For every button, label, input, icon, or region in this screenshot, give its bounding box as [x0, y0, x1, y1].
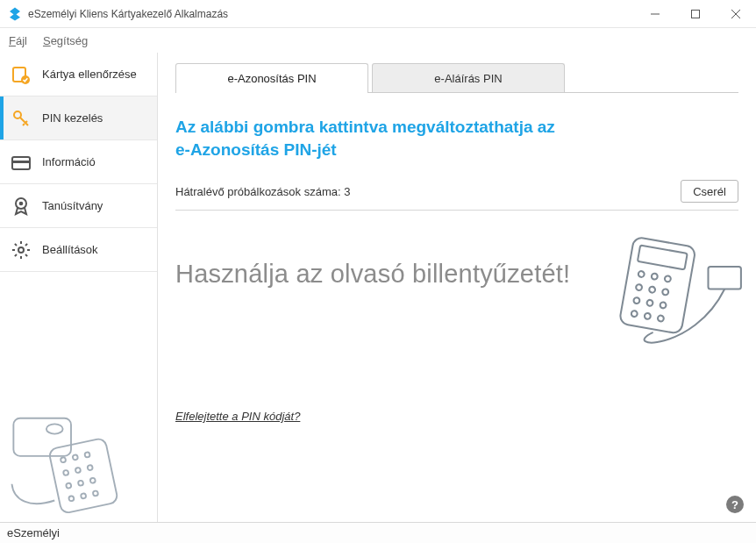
sidebar-item-label: Kártya ellenőrzése — [42, 68, 137, 81]
maximize-button[interactable] — [675, 0, 716, 28]
divider — [175, 210, 738, 211]
window-title: eSzemélyi Kliens Kártyakezelő Alkalmazás — [28, 8, 635, 20]
help-icon[interactable]: ? — [726, 496, 744, 513]
svg-point-18 — [66, 482, 72, 489]
card-reader-illustration — [596, 237, 745, 356]
svg-point-37 — [644, 312, 651, 319]
svg-rect-9 — [13, 418, 71, 456]
svg-point-14 — [84, 452, 90, 458]
close-button[interactable] — [716, 0, 756, 28]
svg-point-3 — [14, 111, 21, 118]
svg-point-23 — [93, 490, 99, 497]
svg-point-20 — [89, 477, 96, 483]
app-icon — [7, 6, 23, 22]
remaining-attempts: Hátralévő próbálkozások száma: 3 — [175, 185, 350, 198]
tab-ealairas-pin[interactable]: e-Aláírás PIN — [372, 63, 565, 93]
svg-point-21 — [68, 496, 75, 502]
page-heading: Az alábbi gombra kattintva megváltoztath… — [175, 116, 738, 161]
tab-eazon-pin[interactable]: e-Azonosítás PIN — [175, 63, 368, 93]
card-icon — [11, 152, 32, 173]
svg-rect-11 — [48, 438, 118, 514]
svg-rect-5 — [12, 161, 30, 163]
menubar: Fájl Segítség — [0, 28, 756, 53]
sidebar-item-settings[interactable]: Beállítások — [0, 228, 157, 272]
forgot-pin-row: Elfelejtette a PIN kódját? — [175, 408, 738, 424]
svg-point-19 — [78, 480, 84, 486]
svg-point-38 — [657, 315, 664, 322]
svg-point-8 — [18, 247, 24, 253]
menu-file[interactable]: Fájl — [9, 34, 27, 47]
svg-point-35 — [660, 302, 667, 309]
sidebar-item-label: Tanúsítvány — [42, 199, 103, 212]
minimize-button[interactable] — [635, 0, 675, 28]
svg-rect-0 — [692, 10, 700, 18]
sidebar-item-certificate[interactable]: Tanúsítvány — [0, 184, 157, 228]
sidebar-item-label: Beállítások — [42, 243, 98, 256]
statusbar-text: eSzemélyi — [7, 526, 60, 539]
svg-point-34 — [646, 299, 653, 306]
svg-point-29 — [664, 275, 671, 282]
svg-point-12 — [61, 457, 67, 463]
sidebar-item-label: PIN kezelés — [42, 111, 103, 125]
key-icon — [11, 108, 32, 129]
svg-point-31 — [649, 286, 656, 293]
svg-point-7 — [19, 201, 24, 205]
statusbar: eSzemélyi — [0, 522, 756, 543]
sidebar-item-card-check[interactable]: Kártya ellenőrzése — [0, 53, 157, 96]
svg-rect-24 — [709, 267, 741, 289]
sidebar-item-pin-management[interactable]: PIN kezelés — [0, 96, 157, 140]
titlebar: eSzemélyi Kliens Kártyakezelő Alkalmazás — [0, 0, 756, 28]
main-content: e-Azonosítás PIN e-Aláírás PIN Az alábbi… — [158, 53, 756, 522]
sidebar-illustration — [5, 402, 137, 517]
menu-help[interactable]: Segítség — [43, 34, 88, 47]
sidebar: Kártya ellenőrzése PIN kezelés Informáci… — [0, 53, 158, 522]
svg-point-33 — [633, 297, 640, 304]
change-button[interactable]: Cserél — [681, 180, 738, 203]
svg-point-17 — [87, 465, 93, 471]
sidebar-item-information[interactable]: Információ — [0, 140, 157, 184]
sidebar-item-label: Információ — [42, 155, 96, 168]
svg-point-15 — [63, 469, 69, 475]
svg-point-13 — [72, 454, 78, 461]
svg-point-10 — [46, 424, 63, 433]
gear-icon — [11, 239, 32, 261]
svg-point-16 — [75, 467, 82, 473]
svg-point-30 — [636, 284, 643, 291]
card-check-icon — [11, 64, 32, 85]
forgot-pin-link[interactable]: Elfelejtette a PIN kódját? — [175, 410, 300, 423]
svg-point-36 — [631, 311, 638, 318]
ribbon-icon — [11, 196, 32, 217]
svg-point-32 — [662, 289, 669, 296]
tab-bar: e-Azonosítás PIN e-Aláírás PIN — [175, 63, 738, 93]
svg-point-22 — [81, 493, 87, 499]
svg-point-27 — [638, 271, 645, 278]
svg-point-28 — [651, 273, 658, 280]
